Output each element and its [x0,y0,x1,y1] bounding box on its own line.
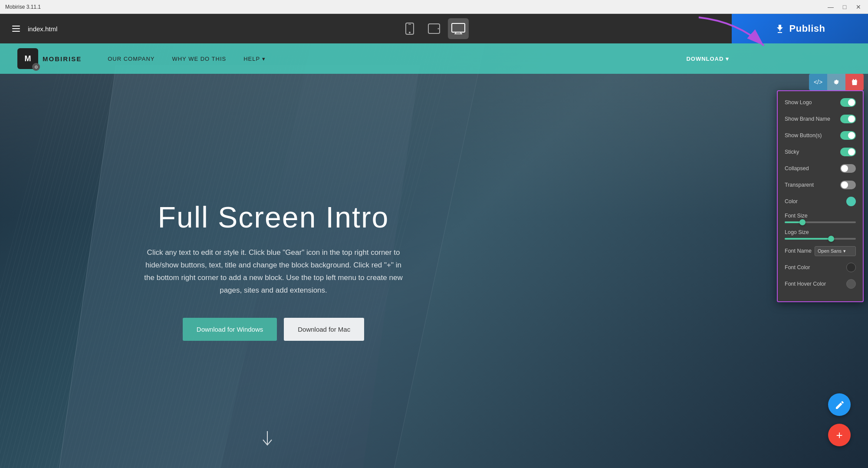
settings-panel: Show Logo Show Brand Name Show Button(s)… [777,90,864,302]
nav-link-why[interactable]: WHY WE DO THIS [172,56,226,62]
font-size-row: Font Size [785,213,856,223]
tablet-view-button[interactable] [424,18,444,39]
font-hover-color-label: Font Hover Color [785,281,826,287]
maximize-button[interactable]: □ [838,1,851,13]
delete-block-button[interactable] [845,74,864,90]
file-name: index.html [28,25,57,33]
color-row: Color [785,196,856,207]
font-color-row: Font Color [785,262,856,273]
show-buttons-toggle[interactable] [840,131,856,140]
color-picker[interactable] [846,197,856,206]
font-hover-color-row: Font Hover Color [785,279,856,289]
sticky-row: Sticky [785,147,856,157]
site-navbar: M ⚙ MOBIRISE OUR COMPANY WHY WE DO THIS … [0,43,868,74]
svg-rect-5 [452,23,465,32]
font-name-label: Font Name [785,248,812,254]
window-controls: — □ ✕ [825,0,865,14]
logo-size-slider[interactable] [785,238,856,240]
show-logo-label: Show Logo [785,99,812,105]
collapsed-label: Collapsed [785,165,809,171]
collapsed-row: Collapsed [785,163,856,174]
show-buttons-label: Show Button(s) [785,132,822,138]
close-button[interactable]: ✕ [852,1,865,13]
publish-icon [775,23,785,34]
hero-title[interactable]: Full Screen Intro [158,201,389,234]
svg-point-1 [409,32,411,33]
logo-size-label: Logo Size [785,229,856,235]
hamburger-line [12,26,20,26]
app-title: Mobirise 3.11.1 [5,4,41,10]
font-size-slider[interactable] [785,221,856,223]
logo-letter: M [25,54,31,63]
font-name-select[interactable]: Open Sans ▾ [815,246,856,256]
font-size-label: Font Size [785,213,856,219]
show-brand-toggle[interactable] [840,115,856,123]
fab-add-button[interactable]: + [828,424,851,446]
menu-button[interactable] [9,22,23,35]
preview-area: M ⚙ MOBIRISE OUR COMPANY WHY WE DO THIS … [0,43,868,468]
logo-icon: M ⚙ [17,48,38,69]
show-logo-toggle[interactable] [840,98,856,107]
brand-name: MOBIRISE [43,55,82,63]
show-brand-row: Show Brand Name [785,114,856,124]
hero-content: Full Screen Intro Click any text to edit… [0,43,547,468]
add-icon: + [836,428,842,442]
svg-point-4 [438,28,439,30]
collapsed-toggle[interactable] [840,164,856,173]
hamburger-line [12,28,20,29]
nav-link-help[interactable]: HELP ▾ [243,56,265,62]
logo-size-thumb[interactable] [828,236,834,242]
nav-link-company[interactable]: OUR COMPANY [108,56,155,62]
font-name-row: Font Name Open Sans ▾ [785,246,856,256]
publish-label: Publish [789,23,825,34]
gear-icon [833,79,840,86]
font-hover-color-picker[interactable] [846,279,856,289]
sticky-label: Sticky [785,149,799,155]
nav-download-text[interactable]: DOWNLOAD ▾ [686,56,729,62]
show-buttons-row: Show Button(s) [785,130,856,141]
show-brand-label: Show Brand Name [785,116,830,122]
scroll-arrow [260,430,274,451]
block-settings-button[interactable] [827,74,845,90]
font-color-label: Font Color [785,264,810,270]
titlebar: Mobirise 3.11.1 — □ ✕ [0,0,868,14]
font-size-thumb[interactable] [799,219,806,225]
hero-subtitle[interactable]: Click any text to edit or style it. Clic… [143,247,404,297]
font-name-value: Open Sans [818,248,842,254]
mobile-view-button[interactable] [399,18,420,39]
minimize-button[interactable]: — [825,1,837,13]
transparent-toggle[interactable] [840,181,856,189]
nav-download: DOWNLOAD ▾ [686,43,729,74]
site-logo: M ⚙ MOBIRISE [17,48,82,69]
desktop-view-button[interactable] [448,18,469,39]
logo-gear: ⚙ [32,63,40,71]
color-label: Color [785,198,798,204]
nav-links: OUR COMPANY WHY WE DO THIS HELP ▾ [108,56,265,62]
code-editor-button[interactable]: </> [809,74,827,90]
sticky-toggle[interactable] [840,148,856,156]
block-toolbar: </> [809,74,864,90]
font-select-arrow: ▾ [843,248,846,254]
publish-button[interactable]: Publish [732,14,868,43]
transparent-row: Transparent [785,180,856,190]
device-switcher [399,18,469,39]
edit-icon [835,400,844,409]
hero-buttons: Download for Windows Download for Mac [183,318,364,341]
download-windows-button[interactable]: Download for Windows [183,318,277,341]
hamburger-line [12,31,20,32]
fab-edit-button[interactable] [828,393,851,416]
font-color-picker[interactable] [846,263,856,272]
logo-size-row: Logo Size [785,229,856,240]
trash-icon [852,79,858,86]
transparent-label: Transparent [785,182,814,188]
download-mac-button[interactable]: Download for Mac [284,318,364,341]
main-toolbar: index.html [0,14,868,43]
show-logo-row: Show Logo [785,97,856,108]
